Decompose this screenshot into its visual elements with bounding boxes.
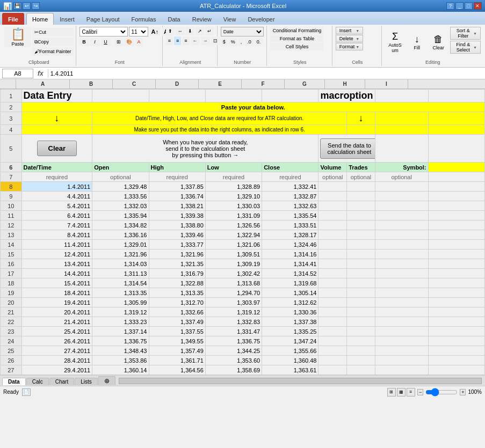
col-header-c[interactable]: C — [113, 79, 156, 89]
cell-i4[interactable] — [428, 125, 484, 135]
normal-view-btn[interactable]: ⊞ — [387, 388, 396, 396]
cell-h7[interactable]: optional — [375, 172, 428, 182]
tab-insert[interactable]: Insert — [54, 13, 81, 25]
cell-f6[interactable]: Volume — [318, 163, 347, 172]
cell-d1[interactable] — [205, 90, 262, 102]
sort-filter-btn[interactable]: Sort & Filter▼ — [450, 27, 481, 40]
wrap-text-btn[interactable]: ↵ — [205, 27, 214, 35]
cell-i8[interactable] — [428, 182, 484, 192]
percent-btn[interactable]: % — [229, 38, 237, 46]
help-btn[interactable]: ? — [446, 2, 454, 10]
cell-styles-btn[interactable]: Cell Styles — [270, 43, 324, 50]
zoom-in-btn[interactable]: + — [460, 389, 466, 395]
align-right-btn[interactable]: ≡ — [182, 36, 189, 45]
tab-home[interactable]: Home — [26, 13, 54, 25]
cell-e7[interactable]: required — [262, 172, 318, 182]
decrease-indent-btn[interactable]: ← — [191, 36, 200, 45]
page-layout-btn[interactable]: ▦ — [397, 388, 406, 396]
cell-d7[interactable]: required — [205, 172, 262, 182]
formula-input[interactable] — [50, 69, 483, 78]
cell-a6[interactable]: Date/Time — [21, 163, 92, 172]
cell-e1[interactable] — [262, 90, 318, 102]
save-btn[interactable]: 💾 — [13, 2, 21, 10]
cell-a2[interactable]: Paste your data below. — [21, 102, 485, 112]
cell-f1[interactable]: macroption ◄ — [318, 90, 375, 102]
sheet-tab-chart[interactable]: Chart — [49, 378, 74, 385]
increase-decimal-btn[interactable]: .0 — [245, 38, 254, 46]
cell-g3[interactable]: ↓ — [347, 112, 375, 125]
cell-g4[interactable] — [347, 125, 375, 135]
cell-e6[interactable]: Close — [262, 163, 318, 172]
maximize-btn[interactable]: □ — [465, 2, 473, 10]
increase-font-btn[interactable]: A↑ — [149, 27, 161, 36]
align-middle-btn[interactable]: ↔ — [176, 27, 185, 35]
insert-cells-btn[interactable]: Insert▼ — [336, 27, 363, 34]
col-header-i[interactable]: I — [365, 79, 408, 89]
format-as-table-btn[interactable]: Format as Table — [270, 35, 324, 42]
cell-i6[interactable] — [428, 163, 484, 172]
cell-g7[interactable]: optional — [347, 172, 375, 182]
redo-btn[interactable]: ↪ — [32, 2, 40, 10]
zoom-out-btn[interactable]: − — [417, 389, 423, 395]
cell-f5[interactable]: Send the data tocalculation sheet — [318, 135, 375, 163]
align-center-btn[interactable]: ≡ — [174, 36, 181, 45]
align-top-btn[interactable]: ⬆ — [166, 27, 175, 35]
cell-b8[interactable]: 1,329.48 — [92, 182, 149, 192]
sheet-tab-calc[interactable]: Calc — [26, 378, 49, 385]
cell-i5[interactable] — [428, 135, 484, 163]
cell-c6[interactable]: High — [149, 163, 205, 172]
tab-developer[interactable]: Developer — [242, 13, 280, 25]
align-bottom-btn[interactable]: ⬇ — [186, 27, 194, 35]
cell-i7[interactable] — [428, 172, 484, 182]
find-select-btn[interactable]: Find & Select▼ — [450, 41, 481, 54]
cell-h8[interactable] — [375, 182, 428, 192]
cell-c8[interactable]: 1,337.85 — [149, 182, 205, 192]
fill-button[interactable]: ↓ Fill — [407, 27, 426, 58]
send-button[interactable]: Send the data tocalculation sheet — [320, 138, 375, 159]
underline-button[interactable]: U — [101, 38, 111, 46]
col-header-b[interactable]: B — [70, 79, 113, 89]
cell-h5[interactable] — [375, 135, 428, 163]
decrease-decimal-btn[interactable]: 0. — [255, 38, 263, 46]
cell-b3[interactable]: Date/Time, High, Low, and Close data are… — [92, 112, 347, 125]
cell-b7[interactable]: optional — [92, 172, 149, 182]
borders-button[interactable]: ⊞ — [114, 38, 123, 46]
conditional-formatting-btn[interactable]: Conditional Formatting — [270, 27, 324, 34]
cell-c1[interactable] — [149, 90, 205, 102]
tab-formulas[interactable]: Formulas — [126, 13, 162, 25]
col-header-a[interactable]: A — [16, 79, 70, 89]
sheet-tab-new[interactable]: ⊕ — [98, 376, 115, 385]
cell-h4[interactable] — [375, 125, 428, 135]
sum-button[interactable]: Σ AutoSum — [385, 27, 405, 58]
cell-reference-box[interactable] — [2, 69, 33, 78]
tab-review[interactable]: Review — [186, 13, 218, 25]
number-format-select[interactable]: Date — [221, 27, 264, 36]
cell-b4[interactable]: Make sure you put the data into the righ… — [92, 125, 347, 135]
cell-i1[interactable] — [428, 90, 484, 102]
format-painter-button[interactable]: 🖌Format Painter — [32, 47, 74, 56]
italic-button[interactable]: I — [90, 38, 100, 46]
close-btn[interactable]: ✕ — [474, 2, 482, 10]
align-left-btn[interactable]: ≡ — [166, 36, 173, 45]
increase-indent-btn[interactable]: → — [201, 36, 210, 45]
clear-ribbon-button[interactable]: 🗑 Clear — [429, 27, 448, 58]
cell-g8[interactable] — [347, 182, 375, 192]
tab-page-layout[interactable]: Page Layout — [81, 13, 126, 25]
col-header-d[interactable]: D — [156, 79, 199, 89]
font-color-button[interactable]: A — [135, 38, 143, 46]
tab-data[interactable]: Data — [162, 13, 186, 25]
text-angle-btn[interactable]: ↗ — [196, 27, 204, 35]
col-header-h[interactable]: H — [325, 79, 365, 89]
cell-i3[interactable] — [428, 112, 484, 125]
fill-color-button[interactable]: 🎨 — [124, 38, 134, 46]
cut-button[interactable]: ✂Cut — [32, 28, 74, 36]
cell-a1[interactable]: Data Entry — [21, 90, 92, 102]
paste-button[interactable]: 📋 Paste — [4, 27, 31, 47]
cell-a7[interactable]: required — [21, 172, 92, 182]
cell-g6[interactable]: Trades — [347, 163, 375, 172]
cell-a8[interactable]: 1.4.2011 — [21, 182, 92, 192]
cell-e8[interactable]: 1,332.41 — [262, 182, 318, 192]
cell-a3[interactable]: ↓ — [21, 112, 92, 125]
currency-btn[interactable]: $ — [221, 38, 228, 46]
cell-b1[interactable] — [92, 90, 149, 102]
